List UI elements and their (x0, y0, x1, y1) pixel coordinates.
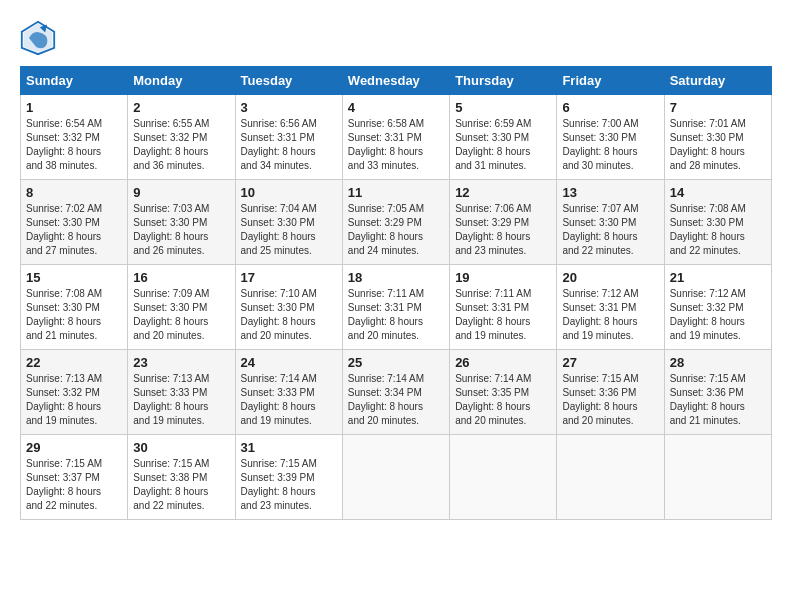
day-number: 2 (133, 100, 229, 115)
day-info: Sunrise: 7:06 AM Sunset: 3:29 PM Dayligh… (455, 202, 551, 258)
day-cell-30: 30Sunrise: 7:15 AM Sunset: 3:38 PM Dayli… (128, 435, 235, 520)
week-row-4: 22Sunrise: 7:13 AM Sunset: 3:32 PM Dayli… (21, 350, 772, 435)
day-cell-17: 17Sunrise: 7:10 AM Sunset: 3:30 PM Dayli… (235, 265, 342, 350)
day-info: Sunrise: 7:03 AM Sunset: 3:30 PM Dayligh… (133, 202, 229, 258)
day-info: Sunrise: 7:14 AM Sunset: 3:34 PM Dayligh… (348, 372, 444, 428)
day-cell-29: 29Sunrise: 7:15 AM Sunset: 3:37 PM Dayli… (21, 435, 128, 520)
day-info: Sunrise: 7:14 AM Sunset: 3:35 PM Dayligh… (455, 372, 551, 428)
day-info: Sunrise: 7:09 AM Sunset: 3:30 PM Dayligh… (133, 287, 229, 343)
day-number: 13 (562, 185, 658, 200)
day-info: Sunrise: 7:15 AM Sunset: 3:36 PM Dayligh… (670, 372, 766, 428)
day-number: 8 (26, 185, 122, 200)
logo (20, 20, 62, 56)
day-number: 21 (670, 270, 766, 285)
day-number: 25 (348, 355, 444, 370)
day-cell-16: 16Sunrise: 7:09 AM Sunset: 3:30 PM Dayli… (128, 265, 235, 350)
day-info: Sunrise: 6:56 AM Sunset: 3:31 PM Dayligh… (241, 117, 337, 173)
day-info: Sunrise: 7:11 AM Sunset: 3:31 PM Dayligh… (348, 287, 444, 343)
day-cell-22: 22Sunrise: 7:13 AM Sunset: 3:32 PM Dayli… (21, 350, 128, 435)
day-number: 4 (348, 100, 444, 115)
day-number: 7 (670, 100, 766, 115)
day-info: Sunrise: 7:00 AM Sunset: 3:30 PM Dayligh… (562, 117, 658, 173)
day-info: Sunrise: 7:05 AM Sunset: 3:29 PM Dayligh… (348, 202, 444, 258)
week-row-5: 29Sunrise: 7:15 AM Sunset: 3:37 PM Dayli… (21, 435, 772, 520)
day-info: Sunrise: 7:11 AM Sunset: 3:31 PM Dayligh… (455, 287, 551, 343)
day-cell-5: 5Sunrise: 6:59 AM Sunset: 3:30 PM Daylig… (450, 95, 557, 180)
day-info: Sunrise: 7:08 AM Sunset: 3:30 PM Dayligh… (26, 287, 122, 343)
header-cell-monday: Monday (128, 67, 235, 95)
day-cell-11: 11Sunrise: 7:05 AM Sunset: 3:29 PM Dayli… (342, 180, 449, 265)
day-number: 27 (562, 355, 658, 370)
day-info: Sunrise: 7:15 AM Sunset: 3:38 PM Dayligh… (133, 457, 229, 513)
day-number: 29 (26, 440, 122, 455)
empty-cell (664, 435, 771, 520)
header-cell-sunday: Sunday (21, 67, 128, 95)
day-info: Sunrise: 7:08 AM Sunset: 3:30 PM Dayligh… (670, 202, 766, 258)
day-number: 18 (348, 270, 444, 285)
header-cell-saturday: Saturday (664, 67, 771, 95)
header-cell-friday: Friday (557, 67, 664, 95)
day-number: 31 (241, 440, 337, 455)
day-info: Sunrise: 7:13 AM Sunset: 3:33 PM Dayligh… (133, 372, 229, 428)
day-info: Sunrise: 7:15 AM Sunset: 3:37 PM Dayligh… (26, 457, 122, 513)
header-row: SundayMondayTuesdayWednesdayThursdayFrid… (21, 67, 772, 95)
day-number: 3 (241, 100, 337, 115)
day-info: Sunrise: 7:12 AM Sunset: 3:32 PM Dayligh… (670, 287, 766, 343)
day-cell-4: 4Sunrise: 6:58 AM Sunset: 3:31 PM Daylig… (342, 95, 449, 180)
day-info: Sunrise: 7:13 AM Sunset: 3:32 PM Dayligh… (26, 372, 122, 428)
day-cell-18: 18Sunrise: 7:11 AM Sunset: 3:31 PM Dayli… (342, 265, 449, 350)
day-info: Sunrise: 7:15 AM Sunset: 3:36 PM Dayligh… (562, 372, 658, 428)
day-cell-7: 7Sunrise: 7:01 AM Sunset: 3:30 PM Daylig… (664, 95, 771, 180)
day-info: Sunrise: 6:55 AM Sunset: 3:32 PM Dayligh… (133, 117, 229, 173)
day-number: 23 (133, 355, 229, 370)
day-info: Sunrise: 7:15 AM Sunset: 3:39 PM Dayligh… (241, 457, 337, 513)
header-cell-thursday: Thursday (450, 67, 557, 95)
day-cell-1: 1Sunrise: 6:54 AM Sunset: 3:32 PM Daylig… (21, 95, 128, 180)
day-number: 14 (670, 185, 766, 200)
week-row-3: 15Sunrise: 7:08 AM Sunset: 3:30 PM Dayli… (21, 265, 772, 350)
page-header (20, 20, 772, 56)
day-cell-14: 14Sunrise: 7:08 AM Sunset: 3:30 PM Dayli… (664, 180, 771, 265)
empty-cell (557, 435, 664, 520)
week-row-1: 1Sunrise: 6:54 AM Sunset: 3:32 PM Daylig… (21, 95, 772, 180)
day-info: Sunrise: 7:02 AM Sunset: 3:30 PM Dayligh… (26, 202, 122, 258)
day-cell-25: 25Sunrise: 7:14 AM Sunset: 3:34 PM Dayli… (342, 350, 449, 435)
week-row-2: 8Sunrise: 7:02 AM Sunset: 3:30 PM Daylig… (21, 180, 772, 265)
day-number: 5 (455, 100, 551, 115)
day-cell-12: 12Sunrise: 7:06 AM Sunset: 3:29 PM Dayli… (450, 180, 557, 265)
day-number: 16 (133, 270, 229, 285)
day-number: 17 (241, 270, 337, 285)
day-info: Sunrise: 7:04 AM Sunset: 3:30 PM Dayligh… (241, 202, 337, 258)
day-info: Sunrise: 6:54 AM Sunset: 3:32 PM Dayligh… (26, 117, 122, 173)
day-number: 10 (241, 185, 337, 200)
day-number: 20 (562, 270, 658, 285)
day-cell-2: 2Sunrise: 6:55 AM Sunset: 3:32 PM Daylig… (128, 95, 235, 180)
header-cell-wednesday: Wednesday (342, 67, 449, 95)
day-cell-24: 24Sunrise: 7:14 AM Sunset: 3:33 PM Dayli… (235, 350, 342, 435)
day-cell-3: 3Sunrise: 6:56 AM Sunset: 3:31 PM Daylig… (235, 95, 342, 180)
day-cell-13: 13Sunrise: 7:07 AM Sunset: 3:30 PM Dayli… (557, 180, 664, 265)
day-number: 22 (26, 355, 122, 370)
logo-icon (20, 20, 56, 56)
day-info: Sunrise: 7:12 AM Sunset: 3:31 PM Dayligh… (562, 287, 658, 343)
day-cell-8: 8Sunrise: 7:02 AM Sunset: 3:30 PM Daylig… (21, 180, 128, 265)
day-number: 26 (455, 355, 551, 370)
day-info: Sunrise: 6:59 AM Sunset: 3:30 PM Dayligh… (455, 117, 551, 173)
day-info: Sunrise: 7:10 AM Sunset: 3:30 PM Dayligh… (241, 287, 337, 343)
day-cell-19: 19Sunrise: 7:11 AM Sunset: 3:31 PM Dayli… (450, 265, 557, 350)
day-cell-28: 28Sunrise: 7:15 AM Sunset: 3:36 PM Dayli… (664, 350, 771, 435)
day-number: 30 (133, 440, 229, 455)
day-info: Sunrise: 7:14 AM Sunset: 3:33 PM Dayligh… (241, 372, 337, 428)
day-cell-27: 27Sunrise: 7:15 AM Sunset: 3:36 PM Dayli… (557, 350, 664, 435)
day-number: 15 (26, 270, 122, 285)
day-info: Sunrise: 6:58 AM Sunset: 3:31 PM Dayligh… (348, 117, 444, 173)
day-number: 9 (133, 185, 229, 200)
day-number: 19 (455, 270, 551, 285)
day-number: 11 (348, 185, 444, 200)
day-info: Sunrise: 7:01 AM Sunset: 3:30 PM Dayligh… (670, 117, 766, 173)
day-cell-21: 21Sunrise: 7:12 AM Sunset: 3:32 PM Dayli… (664, 265, 771, 350)
day-cell-23: 23Sunrise: 7:13 AM Sunset: 3:33 PM Dayli… (128, 350, 235, 435)
day-number: 12 (455, 185, 551, 200)
day-cell-20: 20Sunrise: 7:12 AM Sunset: 3:31 PM Dayli… (557, 265, 664, 350)
day-cell-31: 31Sunrise: 7:15 AM Sunset: 3:39 PM Dayli… (235, 435, 342, 520)
